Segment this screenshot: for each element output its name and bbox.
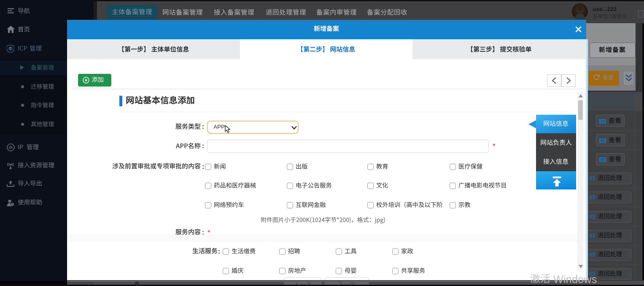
svg-text:CP: CP [9, 48, 12, 50]
svg-text:IP: IP [9, 146, 13, 150]
